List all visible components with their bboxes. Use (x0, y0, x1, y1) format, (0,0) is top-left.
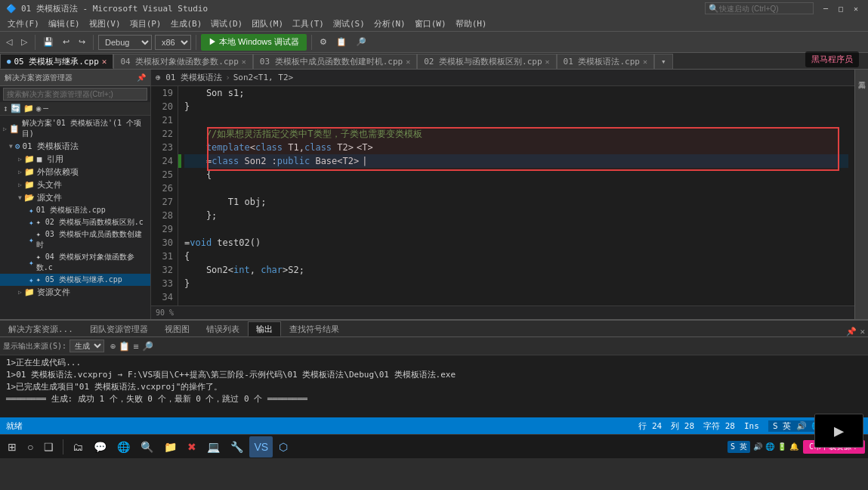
out-tab-view[interactable]: 视图图 (156, 321, 198, 336)
path-file[interactable]: ⊕ 01 类模板语法 (156, 72, 222, 83)
right-tool-1[interactable]: 工具箱 (854, 73, 869, 79)
menu-help[interactable]: 帮助(H) (451, 17, 492, 32)
toolbar-save[interactable]: 💾 (40, 34, 57, 51)
tree-solution[interactable]: ▷ 📋 解决方案'01 类模板语法'(1 个项目) (0, 117, 150, 140)
menu-analyze[interactable]: 分析(N) (369, 17, 410, 32)
tree-project[interactable]: ▼ ⚙ 01 类模板语法 (0, 140, 150, 153)
tree-file2[interactable]: ✦ ✦ 02 类模板与函数模板区别.c (0, 216, 150, 228)
taskbar-tools[interactable]: 🔧 (226, 436, 248, 457)
taskbar-vs[interactable]: VS (249, 436, 273, 457)
sidebar-tool3[interactable]: 📁 (23, 104, 34, 113)
sidebar-tool5[interactable]: ─ (43, 104, 48, 113)
output-tool3[interactable]: ≡ (133, 341, 138, 352)
taskbar-browser[interactable]: 🌐 (113, 436, 134, 457)
quick-launch-input[interactable] (719, 5, 810, 13)
code-line-30: =void test02() (184, 236, 848, 250)
menu-window[interactable]: 窗口(W) (410, 17, 451, 32)
tree-file5[interactable]: ✦ ✦ 05 类模板与继承.cpp (0, 274, 150, 286)
maximize-button[interactable]: □ (835, 2, 847, 14)
toolbar-misc3[interactable]: 🔎 (353, 34, 369, 51)
menu-edit[interactable]: 编辑(E) (44, 17, 85, 32)
code-editor[interactable]: 19 20 21 22 23 24 25 26 27 28 29 30 31 3… (151, 86, 854, 305)
menu-tools[interactable]: 工具(T) (288, 17, 329, 32)
toolbar-fwd[interactable]: ▷ (18, 34, 30, 51)
tab-close-02[interactable]: ✕ (545, 57, 550, 66)
output-pin-icon[interactable]: 📌 (846, 327, 857, 336)
title-search[interactable]: 🔍 (705, 2, 814, 14)
tree-resources[interactable]: ▷ 📁 资源文件 (0, 286, 150, 299)
tab-label-03: 03 类模板中成员函数数创建时机.cpp (260, 56, 403, 67)
path-symbol[interactable]: Son2<T1, T2> (233, 73, 293, 82)
out-tab-find[interactable]: 查找符号结果 (281, 321, 348, 336)
tree-file3[interactable]: ✦ ✦ 03 类模板中成员函数数创建时 (0, 228, 150, 251)
out-tab-errors[interactable]: 错误列表 (198, 321, 248, 336)
output-close-icon[interactable]: ✕ (860, 327, 865, 336)
run-button[interactable]: ▶ 本地 Windows 调试器 (201, 34, 307, 51)
tree-file1[interactable]: ✦ 01 类模板语法.cpp (0, 204, 150, 216)
sidebar-tool4[interactable]: ◉ (36, 104, 42, 113)
video-thumbnail[interactable]: ▶ (814, 414, 863, 448)
out-tab-solution[interactable]: 解决方案资源... (0, 321, 82, 336)
output-tool2[interactable]: 📋 (119, 341, 130, 352)
taskbar: ⊞ ○ ❑ 🗂 💬 🌐 🔍 📁 ✖ 💻 🔧 VS ⬡ S 英 🔊 🌐 🔋 🔔 C… (0, 434, 868, 458)
sidebar-pin-icon[interactable]: 📌 (137, 73, 146, 82)
out-tab-team[interactable]: 团队资源管理器 (82, 321, 156, 336)
toolbar-back[interactable]: ◁ (3, 34, 15, 51)
source-select[interactable]: 生成 调试 (70, 340, 104, 352)
menu-view[interactable]: 视图(V) (85, 17, 125, 32)
taskbar-network-icon[interactable]: 🌐 (765, 442, 774, 451)
toolbar-misc2[interactable]: 📋 (333, 34, 350, 51)
tab-close-04[interactable]: ✕ (242, 57, 246, 66)
taskbar-battery-icon[interactable]: 🔋 (777, 442, 786, 451)
menu-test[interactable]: 测试(S) (329, 17, 369, 32)
taskbar-close[interactable]: ✖ (183, 436, 201, 457)
tree-refs[interactable]: ▷ 📁 ■ 引用 (0, 153, 150, 166)
out-tab-output[interactable]: 输出 (248, 321, 281, 336)
config-dropdown[interactable]: Debug Release (98, 35, 152, 50)
toolbar-redo[interactable]: ↪ (76, 34, 88, 51)
taskview-button[interactable]: ❑ (39, 436, 58, 457)
taskbar-pc[interactable]: 💻 (202, 436, 224, 457)
toolbar-misc1[interactable]: ⚙ (317, 34, 330, 51)
taskbar-vs2[interactable]: ⬡ (274, 436, 292, 457)
sidebar-search-area (0, 86, 150, 102)
taskbar-explorer[interactable]: 🗂 (68, 436, 88, 457)
output-tool1[interactable]: ⊕ (110, 341, 116, 352)
search-icon: 🔍 (709, 4, 719, 14)
tab-overflow[interactable]: ▾ (654, 54, 673, 69)
tab-close-03[interactable]: ✕ (406, 57, 410, 66)
menu-debug[interactable]: 调试(D) (206, 17, 247, 32)
tab-01[interactable]: 01 类模板语法.cpp ✕ (557, 54, 654, 69)
taskbar-lang-icon[interactable]: S 英 (727, 441, 750, 453)
toolbar-undo[interactable]: ↩ (60, 34, 73, 51)
tree-extdeps[interactable]: ▷ 📁 外部依赖项 (0, 166, 150, 178)
taskbar-chat[interactable]: 💬 (89, 436, 111, 457)
sidebar-tool2[interactable]: 🔄 (11, 104, 21, 113)
menu-project[interactable]: 项目(P) (125, 17, 166, 32)
taskbar-sound-icon[interactable]: 🔊 (753, 442, 762, 451)
output-tool4[interactable]: 🔎 (142, 341, 153, 352)
taskbar-notif-icon[interactable]: 🔔 (789, 442, 798, 451)
tab-04[interactable]: 04 类模板对象做函数参数.cpp ✕ (113, 54, 252, 69)
tab-03[interactable]: 03 类模板中成员函数数创建时机.cpp ✕ (253, 54, 417, 69)
menu-file[interactable]: 文件(F) (3, 17, 44, 32)
search-button[interactable]: ○ (23, 436, 38, 457)
sidebar-search-input[interactable] (3, 88, 147, 101)
tab-02[interactable]: 02 类模板与函数模板区别.cpp ✕ (417, 54, 556, 69)
tab-close-01[interactable]: ✕ (643, 57, 647, 66)
tree-file4[interactable]: ✦ ✦ 04 类模板对对象做函数参数.c (0, 251, 150, 274)
tree-label-resources: 资源文件 (37, 287, 70, 298)
sidebar-tool1[interactable]: ↕ (3, 104, 8, 113)
tab-05[interactable]: ● 05 类模板与继承.cpp ✕ (0, 54, 113, 69)
menu-team[interactable]: 团队(M) (247, 17, 288, 32)
tree-headers[interactable]: ▷ 📁 头文件 (0, 178, 150, 191)
tree-sources[interactable]: ▼ 📂 源文件 (0, 191, 150, 204)
code-content[interactable]: Son s1; } //如果想灵活指定父类中T类型，子类也需要变类模板 temp… (178, 86, 854, 305)
close-button[interactable]: ✕ (850, 2, 862, 14)
taskbar-files[interactable]: 📁 (159, 436, 181, 457)
minimize-button[interactable]: ─ (820, 2, 832, 14)
taskbar-search[interactable]: 🔍 (136, 436, 158, 457)
start-button[interactable]: ⊞ (3, 436, 21, 457)
platform-dropdown[interactable]: x86 x64 (155, 35, 191, 50)
menu-build[interactable]: 生成(B) (166, 17, 207, 32)
